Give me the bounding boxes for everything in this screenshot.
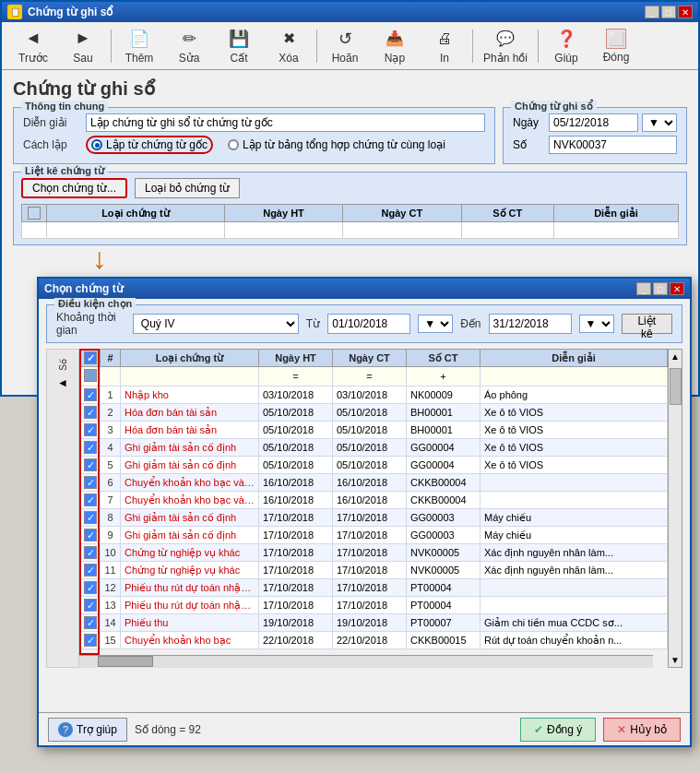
liet-ke-label: Liệt kê chứng từ [21, 165, 108, 177]
back-icon: ◄ [22, 28, 44, 50]
liet-ke-button[interactable]: Liệt kê [622, 314, 672, 334]
tro-giup-button[interactable]: ? Trợ giúp [48, 718, 127, 742]
tu-input[interactable] [327, 314, 410, 334]
toolbar-edit-label: Sửa [179, 52, 200, 65]
dien-giai-input[interactable] [86, 113, 485, 132]
row-checkbox[interactable]: ✓ [84, 458, 97, 471]
toolbar-save-button[interactable]: 💾 Cất [215, 25, 263, 67]
td-ngayct: 17/10/2018 [333, 544, 407, 562]
row-checkbox[interactable]: ✓ [84, 599, 97, 612]
row-checkbox[interactable]: ✓ [84, 529, 97, 541]
td-check[interactable]: ✓ [80, 474, 101, 492]
td-check[interactable]: ✓ [80, 439, 101, 457]
toolbar-forward-button[interactable]: ► Sau [59, 25, 107, 67]
th-dialog-check[interactable]: ✓ [80, 350, 101, 367]
th-dialog-num: # [101, 350, 121, 367]
dialog-window: Chọn chứng từ _ □ ✕ Điều kiện chọn Khoản… [37, 277, 692, 747]
row-checkbox[interactable]: ✓ [84, 476, 97, 489]
toolbar-undo-button[interactable]: ↺ Hoãn [321, 25, 369, 67]
td-dien: Xác định nguyên nhân làm... [481, 562, 668, 579]
toolbar-print-label: In [440, 52, 449, 65]
row-checkbox[interactable]: ✓ [84, 388, 97, 401]
arrow-annotation: ↓ [92, 242, 107, 276]
td-check[interactable]: ✓ [80, 527, 101, 544]
toolbar-close-button[interactable]: ⬜ Đóng [592, 25, 640, 67]
row-checkbox[interactable]: ✓ [84, 564, 97, 577]
toolbar-edit-button[interactable]: ✏ Sửa [165, 25, 213, 67]
row-checkbox[interactable]: ✓ [84, 581, 97, 594]
td-check[interactable]: ✓ [80, 457, 101, 474]
close-button[interactable]: ✕ [678, 6, 693, 18]
scroll-down-button[interactable]: ▼ [669, 653, 682, 667]
chon-chung-tu-button[interactable]: Chọn chứng từ... [21, 178, 127, 198]
td-ngayht: 17/10/2018 [259, 544, 333, 562]
dong-y-button[interactable]: ✔ Đồng ý [520, 718, 596, 742]
toolbar-print-button[interactable]: 🖨 In [421, 25, 469, 67]
td-check[interactable]: ✓ [80, 579, 101, 597]
row-checkbox[interactable]: ✓ [84, 494, 97, 506]
row-checkbox[interactable]: ✓ [84, 634, 97, 647]
ngay-input[interactable] [549, 113, 638, 132]
dialog-maximize-button[interactable]: □ [653, 282, 668, 295]
left-arrow-button[interactable]: ◄ [57, 376, 68, 389]
filter-loai-input[interactable] [125, 371, 255, 382]
forward-icon: ► [72, 28, 94, 50]
toolbar-feedback-button[interactable]: 💬 Phản hồi [477, 25, 534, 67]
so-label: Số [513, 138, 545, 151]
td-ngayht: 17/10/2018 [259, 579, 333, 597]
table-header-row: Loại chứng từ Ngày HT Ngày CT Số CT Diễn… [22, 205, 679, 222]
header-check-box[interactable] [28, 207, 41, 220]
den-input[interactable] [489, 314, 572, 334]
radio-lap-tu-bang-tong-hop[interactable]: Lập từ bảng tổng hợp chứng từ cùng loại [228, 138, 445, 151]
toolbar-back-button[interactable]: ◄ Trước [9, 25, 57, 67]
td-loai: Phiếu thu [121, 614, 259, 632]
td-check[interactable]: ✓ [80, 386, 101, 404]
dialog-minimize-button[interactable]: _ [636, 282, 651, 295]
filter-check-box[interactable] [84, 369, 97, 382]
td-check[interactable]: ✓ [80, 404, 101, 422]
td-check[interactable]: ✓ [80, 562, 101, 579]
row-checkbox[interactable]: ✓ [84, 423, 97, 436]
dialog-close-button[interactable]: ✕ [670, 282, 684, 295]
row-checkbox[interactable]: ✓ [84, 406, 97, 419]
maximize-button[interactable]: □ [661, 6, 676, 18]
scrollbar-thumb[interactable] [670, 368, 682, 405]
td-check[interactable]: ✓ [80, 597, 101, 614]
td-check[interactable]: ✓ [80, 632, 101, 649]
vertical-scrollbar[interactable]: ▲ ▼ [668, 349, 682, 668]
td-check[interactable]: ✓ [80, 509, 101, 527]
minimize-button[interactable]: _ [645, 6, 659, 18]
row-checkbox[interactable]: ✓ [84, 511, 97, 524]
row-checkbox[interactable]: ✓ [84, 441, 97, 454]
header-check-icon[interactable]: ✓ [84, 351, 97, 364]
ngay-dropdown[interactable]: ▼ [642, 113, 677, 132]
toolbar-help-button[interactable]: ❓ Giúp [542, 25, 590, 67]
td-check[interactable]: ✓ [80, 614, 101, 632]
row-checkbox[interactable]: ✓ [84, 616, 97, 629]
horizontal-scrollbar[interactable] [79, 655, 653, 668]
row-checkbox[interactable]: ✓ [84, 546, 97, 559]
toolbar-reload-button[interactable]: 📥 Nạp [371, 25, 419, 67]
scroll-up-button[interactable]: ▲ [669, 350, 682, 363]
td-check[interactable]: ✓ [80, 422, 101, 439]
toolbar-add-button[interactable]: 📄 Thêm [115, 25, 163, 67]
ngay-row: Ngày ▼ [513, 113, 677, 132]
td-loai: Hóa đơn bán tài sản [121, 422, 259, 439]
huy-bo-button[interactable]: ✕ Hủy bỏ [603, 718, 681, 742]
page-title: Chứng từ ghi sổ [13, 77, 687, 100]
khoang-thoi-gian-select[interactable]: Quý IV [133, 314, 299, 334]
tu-dropdown[interactable]: ▼ [418, 315, 453, 333]
table-scroll-area[interactable]: ✓ # Loại chứng từ Ngày HT Ngày CT Số CT … [79, 349, 668, 655]
h-scrollbar-thumb[interactable] [98, 656, 153, 667]
td-check[interactable]: ✓ [80, 492, 101, 509]
toolbar-delete-button[interactable]: ✖ Xóa [265, 25, 313, 67]
td-ngayht: 22/10/2018 [259, 632, 333, 649]
den-dropdown[interactable]: ▼ [579, 315, 614, 333]
loai-bo-chung-tu-button[interactable]: Loại bỏ chứng từ [135, 178, 240, 198]
so-input[interactable] [549, 136, 677, 154]
td-num: 4 [101, 439, 121, 457]
td-num: 5 [101, 457, 121, 474]
title-bar-buttons: _ □ ✕ [645, 6, 693, 18]
td-check[interactable]: ✓ [80, 544, 101, 562]
radio-lap-tu-chung-tu[interactable]: Lập từ chứng từ gốc [86, 136, 213, 154]
